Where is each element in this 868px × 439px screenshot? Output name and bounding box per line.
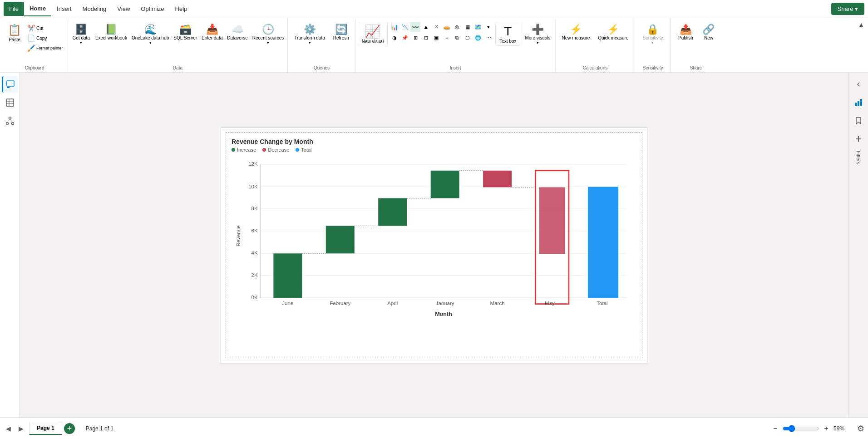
recent-sources-button[interactable]: 🕒 Recent sources ▾: [251, 22, 286, 47]
svg-rect-41: [858, 101, 859, 106]
svg-text:0K: 0K: [252, 295, 258, 300]
sidebar-report-view[interactable]: [2, 76, 18, 93]
sidebar-table-view[interactable]: [2, 94, 18, 111]
zoom-plus-button[interactable]: +: [822, 424, 831, 433]
collapse-pane-button[interactable]: [850, 76, 867, 93]
dataverse-button[interactable]: ☁️ Dataverse: [225, 22, 250, 42]
format-painter-button[interactable]: 🖌️Format painter: [25, 44, 65, 53]
legend-decrease: Decrease: [262, 147, 289, 153]
multi-row-card-icon[interactable]: ≡: [442, 33, 452, 43]
line-chart-icon[interactable]: 〰️: [410, 22, 420, 32]
ribbon-calculations-group: ⚡ New measure ⚡ Quick measure Calculatio…: [556, 19, 636, 72]
filters-label: Filters: [856, 151, 861, 168]
menu-optimize[interactable]: Optimize: [135, 2, 169, 16]
svg-text:8K: 8K: [252, 205, 258, 211]
legend-total: Total: [296, 147, 311, 153]
card-icon[interactable]: ▣: [431, 33, 441, 43]
add-page-button[interactable]: +: [64, 423, 75, 434]
bar-total[interactable]: [588, 187, 618, 298]
refresh-button[interactable]: 🔄 Refresh: [330, 22, 353, 42]
add-pane-button[interactable]: [850, 131, 867, 147]
chart-title: Revenue Change by Month: [232, 138, 636, 145]
page-tab-1[interactable]: Page 1: [29, 422, 62, 435]
area-chart-icon[interactable]: ▲: [421, 22, 431, 32]
column-chart-icon[interactable]: 📉: [400, 22, 410, 32]
bookmark-pane-button[interactable]: [850, 113, 867, 129]
ribbon: 📋 Paste ✂️Cut 📄Copy 🖌️Format painter Cli…: [0, 18, 868, 73]
menu-help[interactable]: Help: [170, 2, 193, 16]
enter-data-button[interactable]: 📥 Enter data: [200, 22, 224, 42]
cut-button[interactable]: ✂️Cut: [25, 24, 65, 33]
scatter-chart-icon[interactable]: ⁙: [431, 22, 441, 32]
bar-may-large: [539, 187, 565, 254]
bar-january[interactable]: [431, 170, 459, 198]
bar-april[interactable]: [378, 198, 407, 226]
map-icon[interactable]: 🗺️: [473, 22, 483, 32]
kpi-icon[interactable]: 📌: [400, 33, 410, 43]
svg-text:March: March: [490, 300, 505, 306]
zoom-level-label: 59%: [833, 425, 850, 432]
bar-chart-icon[interactable]: 📊: [390, 22, 399, 32]
settings-button[interactable]: ⚙: [857, 424, 864, 434]
collapse-ribbon-icon[interactable]: ▲: [856, 19, 866, 72]
queries-label: Queries: [291, 65, 352, 71]
page-tabs: Page 1 +: [29, 422, 75, 435]
ribbon-sensitivity-group: 🔒 Sensitivity ▾ Sensitivity: [635, 19, 671, 72]
gauge-icon[interactable]: ◑: [390, 33, 399, 43]
sensitivity-button[interactable]: 🔒 Sensitivity ▾: [638, 22, 667, 47]
calculations-label: Calculations: [558, 65, 632, 71]
table-icon[interactable]: ⊞: [410, 33, 420, 43]
transform-button[interactable]: ⚙️ Transform data ▾: [291, 22, 328, 47]
slicer-icon[interactable]: ⧉: [452, 33, 462, 43]
menu-file[interactable]: File: [4, 2, 24, 16]
menu-home[interactable]: Home: [24, 1, 51, 16]
pie-chart-icon[interactable]: 🥧: [442, 22, 452, 32]
new-visual-button[interactable]: 📈 New visual: [358, 22, 388, 46]
zoom-minus-button[interactable]: −: [771, 424, 780, 433]
svg-rect-1: [7, 87, 10, 88]
quick-measure-button[interactable]: ⚡ Quick measure: [594, 22, 632, 42]
share-group-label: Share: [673, 65, 718, 71]
text-box-button[interactable]: T Text box: [495, 22, 520, 46]
excel-button[interactable]: 📗 Excel workbook: [94, 22, 129, 42]
bar-february[interactable]: [326, 226, 355, 253]
nav-next-button[interactable]: ▶: [16, 424, 25, 433]
copy-button[interactable]: 📄Copy: [25, 34, 65, 43]
sensitivity-label: Sensitivity: [638, 65, 667, 71]
sidebar-model-view[interactable]: [2, 113, 18, 129]
new-share-button[interactable]: 🔗 New: [699, 22, 718, 42]
treemap-icon[interactable]: ▦: [463, 22, 473, 32]
onelake-button[interactable]: 🌊 OneLake data hub ▾: [130, 22, 171, 47]
filled-map-icon[interactable]: 🌐: [473, 33, 483, 43]
chevron-down-icon[interactable]: ▾: [483, 22, 493, 32]
more-icon[interactable]: ⋯: [483, 33, 493, 43]
clipboard-label: Clipboard: [5, 65, 65, 71]
ribbon-queries-group: ⚙️ Transform data ▾ 🔄 Refresh Queries: [288, 19, 355, 72]
more-visuals-button[interactable]: ➕ More visuals ▾: [522, 22, 553, 47]
shape-icon[interactable]: ⬡: [463, 33, 473, 43]
svg-text:May: May: [545, 300, 555, 306]
new-measure-button[interactable]: ⚡ New measure: [558, 22, 594, 42]
svg-rect-42: [860, 99, 862, 106]
bar-march[interactable]: [483, 170, 512, 187]
right-sidebar: Filters: [848, 73, 868, 417]
donut-chart-icon[interactable]: ◎: [452, 22, 462, 32]
menu-modeling[interactable]: Modeling: [77, 2, 112, 16]
matrix-icon[interactable]: ⊟: [421, 33, 431, 43]
bar-june[interactable]: [273, 253, 302, 298]
legend-total-dot: [296, 148, 299, 152]
report-canvas[interactable]: Revenue Change by Month Increase Decreas…: [221, 127, 647, 363]
nav-prev-button[interactable]: ◀: [4, 424, 13, 433]
publish-button[interactable]: 📤 Publish: [673, 22, 698, 42]
svg-text:4K: 4K: [252, 250, 258, 256]
menu-insert[interactable]: Insert: [51, 2, 77, 16]
waterfall-chart[interactable]: Revenue 0K 2K 4K 6K 8K 10K 12K: [232, 154, 636, 327]
visualizations-pane-button[interactable]: [850, 94, 867, 111]
share-button[interactable]: Share ▾: [831, 3, 864, 15]
get-data-button[interactable]: 🗄️ Get data ▾: [70, 22, 93, 47]
svg-text:June: June: [282, 300, 293, 306]
menu-view[interactable]: View: [112, 2, 135, 16]
paste-button[interactable]: 📋 Paste: [5, 22, 25, 44]
zoom-slider[interactable]: [783, 425, 819, 432]
sql-button[interactable]: 🗃️ SQL Server: [172, 22, 199, 42]
